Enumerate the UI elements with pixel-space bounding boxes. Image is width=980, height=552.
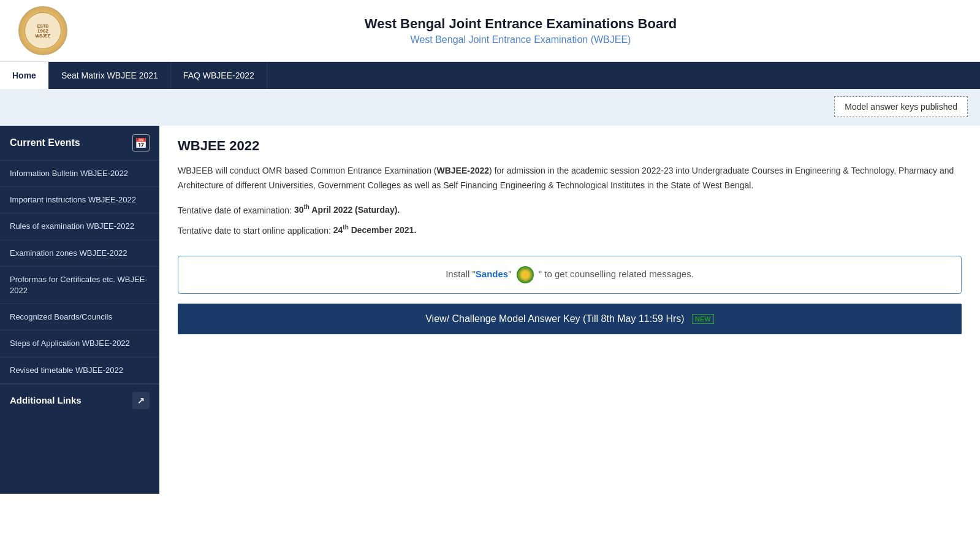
app-date-sup: th [343,224,348,231]
answer-key-btn-label: View/ Challenge Model Answer Key (Till 8… [425,313,684,324]
sandes-link[interactable]: Sandes [476,269,508,279]
exam-date-rest: April 2022 (Saturday). [310,205,400,215]
new-badge: NEW [692,314,714,324]
nav-faq[interactable]: FAQ WBJEE-2022 [171,62,267,89]
sidebar-item-timetable[interactable]: Revised timetable WBJEE-2022 [0,358,159,384]
app-date-value: 24 [333,225,343,235]
exam-date-line: Tentative date of examination: 30th Apri… [178,203,962,217]
sidebar-item-rules[interactable]: Rules of examination WBJEE-2022 [0,213,159,240]
external-link-icon: ↗ [132,392,150,409]
sandes-quote-close: " [508,269,511,279]
sidebar-item-boards[interactable]: Recognized Boards/Councils [0,304,159,331]
sidebar-item-important-instructions[interactable]: Important instructions WBJEE-2022 [0,187,159,213]
desc-part1: WBJEEB will conduct OMR based Common Ent… [178,166,437,175]
answer-key-button[interactable]: View/ Challenge Model Answer Key (Till 8… [178,304,962,334]
header-title: West Bengal Joint Entrance Examinations … [74,16,968,32]
app-date-label: Tentative date to start online applicati… [178,225,333,235]
sandes-suffix: " to get counselling related messages. [539,269,694,279]
header-subtitle: West Bengal Joint Entrance Examination (… [74,34,968,45]
exam-date-label: Tentative date of examination: [178,205,294,215]
logo-image: ESTD 1962 WBJEE [18,6,67,55]
desc-bold: WBJEE-2022 [437,166,490,175]
sandes-prefix: Install " [446,269,476,279]
main-container: Current Events 📅 Information Bulletin WB… [0,126,980,494]
answer-keys-announcement[interactable]: Model answer keys published [834,96,968,117]
content-area: WBJEE 2022 WBJEEB will conduct OMR based… [159,126,980,494]
sidebar: Current Events 📅 Information Bulletin WB… [0,126,159,494]
current-events-header: Current Events 📅 [0,126,159,161]
sidebar-item-steps[interactable]: Steps of Application WBJEE-2022 [0,331,159,357]
header-text: West Bengal Joint Entrance Examinations … [74,16,968,45]
additional-links-title: Additional Links [10,395,82,405]
navbar: Home Seat Matrix WBJEE 2021 FAQ WBJEE-20… [0,62,980,89]
logo-inner: ESTD 1962 WBJEE [25,12,61,49]
sandes-box: Install "Sandes" " to get counselling re… [178,256,962,294]
sandes-app-icon [517,266,534,283]
additional-links-header: Additional Links ↗ [0,384,159,416]
content-description: WBJEEB will conduct OMR based Common Ent… [178,164,962,193]
nav-home[interactable]: Home [0,62,49,89]
sidebar-item-proformas[interactable]: Proformas for Certificates etc. WBJEE-20… [0,267,159,304]
header: ESTD 1962 WBJEE West Bengal Joint Entran… [0,0,980,62]
sidebar-item-exam-zones[interactable]: Examination zones WBJEE-2022 [0,240,159,267]
app-date-rest: December 2021. [349,225,417,235]
exam-date-value: 30 [294,205,304,215]
sidebar-item-info-bulletin[interactable]: Information Bulletin WBJEE-2022 [0,161,159,187]
calendar-icon: 📅 [132,134,150,151]
nav-seat-matrix[interactable]: Seat Matrix WBJEE 2021 [49,62,171,89]
current-events-title: Current Events [10,137,80,148]
app-date-line: Tentative date to start online applicati… [178,223,962,237]
announcement-bar: Model answer keys published [0,89,980,126]
page-title: WBJEE 2022 [178,138,962,154]
exam-date-sup: th [303,204,309,211]
logo-area: ESTD 1962 WBJEE [12,6,74,55]
